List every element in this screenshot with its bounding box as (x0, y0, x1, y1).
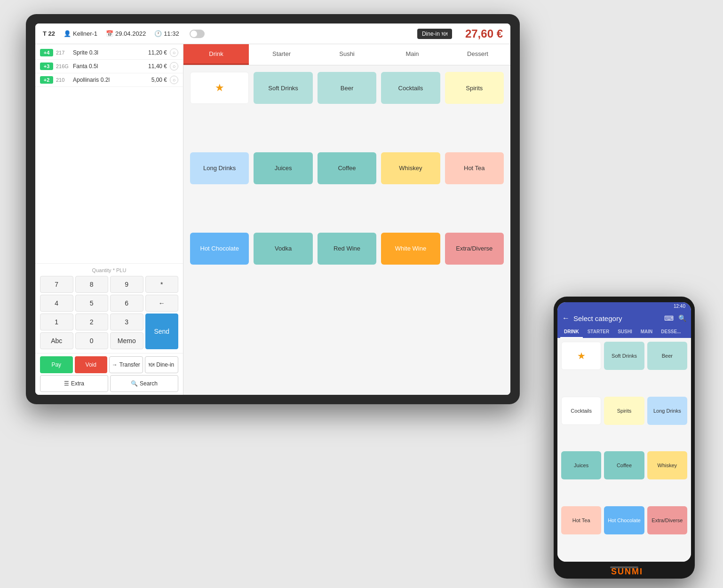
subcategory-beer[interactable]: Beer (318, 72, 376, 104)
phone-cat-long-drinks[interactable]: Long Drinks (647, 397, 687, 425)
extra-icon: ☰ (64, 380, 69, 387)
phone-tab-main[interactable]: MAIN (637, 326, 657, 338)
order-items: +4 217 Sprite 0.3l 11,20 € ○ +3 216G Fan… (35, 44, 183, 263)
toggle-switch[interactable] (190, 30, 205, 38)
void-button[interactable]: Void (75, 356, 108, 373)
num-backspace[interactable]: ← (145, 295, 179, 312)
num-7[interactable]: 7 (40, 276, 73, 293)
num-4[interactable]: 4 (40, 295, 73, 312)
search-icon: 🔍 (131, 380, 138, 387)
phone-tab-desse[interactable]: DESSE... (657, 326, 684, 338)
item-remove-button[interactable]: ○ (170, 76, 178, 84)
dine-in-button[interactable]: 🍽 Dine-in (145, 356, 179, 373)
calendar-icon: 📅 (106, 30, 113, 37)
item-num: 210 (56, 77, 70, 83)
pos-main: +4 217 Sprite 0.3l 11,20 € ○ +3 216G Fan… (35, 44, 510, 395)
item-name: Sprite 0.3l (73, 49, 143, 56)
num-abc[interactable]: Abc (40, 332, 73, 349)
extra-button[interactable]: ☰ Extra (40, 375, 108, 392)
send-button[interactable]: Send (145, 314, 179, 349)
item-price: 5,00 € (146, 77, 167, 83)
table-number: T 22 (43, 30, 55, 37)
subcategory-vodka[interactable]: Vodka (254, 233, 312, 265)
order-item: +2 210 Apollinaris 0.2l 5,00 € ○ (35, 73, 183, 87)
search-button[interactable]: 🔍 Search (110, 375, 178, 392)
subcategory-long-drinks[interactable]: Long Drinks (190, 152, 249, 184)
clock-icon: 🕐 (154, 30, 162, 37)
subcategory-juices[interactable]: Juices (254, 152, 312, 184)
phone-cat-hot-chocolate[interactable]: Hot Chocolate (604, 506, 644, 534)
num-multiply[interactable]: * (145, 276, 179, 293)
item-price: 11,40 € (146, 63, 167, 70)
subcategory-coffee[interactable]: Coffee (318, 152, 376, 184)
phone-cat-whiskey[interactable]: Whiskey (647, 451, 687, 479)
phone-search-icon[interactable]: 🔍 (678, 314, 686, 322)
keyboard-icon[interactable]: ⌨ (664, 314, 674, 322)
waiter-info: 👤 Kellner-1 (64, 30, 97, 37)
numpad-area: Quantity * PLU 7 8 9 * 4 5 6 ← 1 2 3 Sen… (35, 263, 183, 353)
subcategory-spirits[interactable]: Spirits (445, 72, 504, 104)
phone-cat-soft-drinks[interactable]: Soft Drinks (604, 342, 644, 370)
subcategory-favorites[interactable]: ★ (190, 72, 249, 104)
numpad-label: Quantity * PLU (40, 267, 178, 273)
num-0[interactable]: 0 (75, 332, 109, 349)
phone-screen: 12:40 ← Select category ⌨ 🔍 DRINKSTARTER… (557, 302, 691, 562)
phone-tab-starter[interactable]: STARTER (584, 326, 613, 338)
phone-status-bar: 12:40 (557, 302, 691, 310)
num-memo[interactable]: Memo (110, 332, 143, 349)
item-remove-button[interactable]: ○ (170, 48, 178, 57)
qty-badge: +2 (40, 76, 53, 84)
phone-cat-favorites[interactable]: ★ (561, 342, 601, 370)
transfer-button[interactable]: → Transfer (109, 356, 143, 373)
item-remove-button[interactable]: ○ (170, 62, 178, 71)
phone-cat-cocktails[interactable]: Cocktails (561, 397, 601, 425)
person-icon: 👤 (64, 30, 71, 37)
order-item: +4 217 Sprite 0.3l 11,20 € ○ (35, 46, 183, 60)
subcategory-hot-chocolate[interactable]: Hot Chocolate (190, 233, 249, 265)
tab-sushi[interactable]: Sushi (314, 44, 380, 65)
subcategory-cocktails[interactable]: Cocktails (381, 72, 440, 104)
tablet-device: T 22 👤 Kellner-1 📅 29.04.2022 🕐 11:32 Di… (26, 14, 520, 404)
dine-in-badge[interactable]: Dine-in 🍽 (417, 29, 452, 39)
tablet-screen: T 22 👤 Kellner-1 📅 29.04.2022 🕐 11:32 Di… (35, 24, 510, 395)
num-3[interactable]: 3 (110, 314, 143, 330)
num-8[interactable]: 8 (75, 276, 109, 293)
tab-starter[interactable]: Starter (249, 44, 314, 65)
phone-cat-hot-tea[interactable]: Hot Tea (561, 506, 601, 534)
phone-cat-juices[interactable]: Juices (561, 451, 601, 479)
item-name: Apollinaris 0.2l (73, 77, 143, 83)
num-2[interactable]: 2 (75, 314, 109, 330)
subcategory-whiskey[interactable]: Whiskey (381, 152, 440, 184)
phone-tab-drink[interactable]: DRINK (560, 326, 583, 338)
pay-button[interactable]: Pay (40, 356, 73, 373)
subcategory-hot-tea[interactable]: Hot Tea (445, 152, 504, 184)
plate-icon: 🍽 (149, 361, 154, 368)
subcategory-red-wine[interactable]: Red Wine (318, 233, 376, 265)
tab-drink[interactable]: Drink (183, 44, 249, 65)
phone-cat-coffee[interactable]: Coffee (604, 451, 644, 479)
pos-header: T 22 👤 Kellner-1 📅 29.04.2022 🕐 11:32 Di… (35, 24, 510, 44)
date-info: 📅 29.04.2022 (106, 30, 146, 37)
subcategory-white-wine[interactable]: White Wine (381, 233, 440, 265)
phone-header-icons: ⌨ 🔍 (664, 314, 686, 322)
num-6[interactable]: 6 (110, 295, 143, 312)
phone-nav-tabs: DRINKSTARTERSUSHIMAINDESSE... (557, 326, 691, 338)
qty-badge: +3 (40, 63, 53, 70)
phone-cat-beer[interactable]: Beer (647, 342, 687, 370)
phone-tab-sushi[interactable]: SUSHI (614, 326, 636, 338)
num-9[interactable]: 9 (110, 276, 143, 293)
tab-main[interactable]: Main (380, 44, 445, 65)
time-info: 🕐 11:32 (154, 30, 179, 37)
subcategory-soft-drinks[interactable]: Soft Drinks (254, 72, 312, 104)
num-5[interactable]: 5 (75, 295, 109, 312)
subcategory-extra-diverse[interactable]: Extra/Diverse (445, 233, 504, 265)
num-1[interactable]: 1 (40, 314, 73, 330)
numpad-grid: 7 8 9 * 4 5 6 ← 1 2 3 Send Abc 0 (40, 276, 178, 349)
phone-cat-spirits[interactable]: Spirits (604, 397, 644, 425)
phone-cat-extra-diverse[interactable]: Extra/Diverse (647, 506, 687, 534)
left-panel: +4 217 Sprite 0.3l 11,20 € ○ +3 216G Fan… (35, 44, 183, 395)
back-button[interactable]: ← (562, 314, 570, 322)
item-num: 216G (56, 63, 70, 69)
total-price: 27,60 € (465, 27, 503, 40)
tab-dessert[interactable]: Dessert (445, 44, 510, 65)
